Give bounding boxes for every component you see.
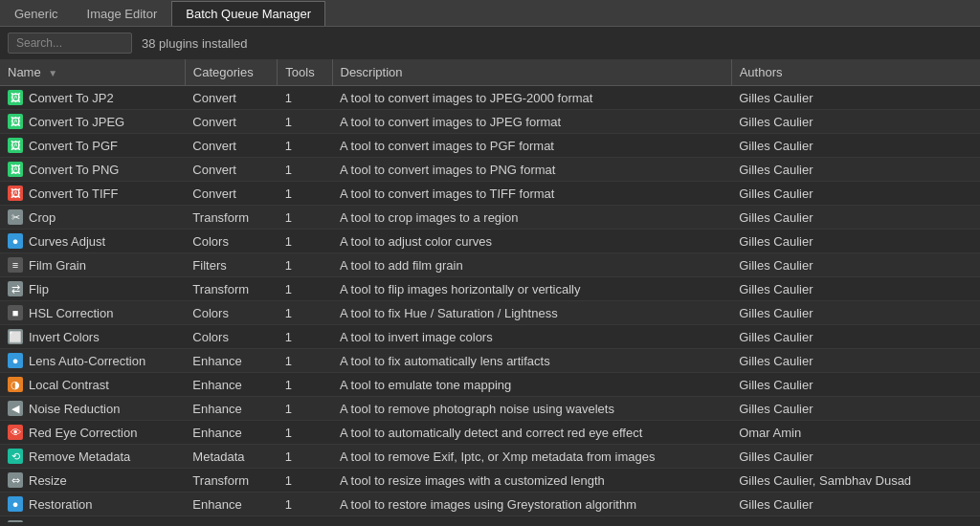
tab-generic[interactable]: Generic — [0, 1, 73, 26]
tab-bar: Generic Image Editor Batch Queue Manager — [0, 0, 980, 27]
cell-tools: 1 — [278, 349, 332, 373]
cell-category: Convert — [185, 110, 277, 134]
cell-authors: Gilles Caulier — [731, 277, 980, 301]
cell-authors: Gilles Caulier — [731, 230, 980, 253]
table-row[interactable]: ■ HSL Correction Colors 1 A tool to fix … — [0, 301, 980, 325]
cell-category: Transform — [185, 516, 277, 523]
plugin-name: Convert To PGF — [29, 139, 118, 153]
cell-description: A tool to fix Hue / Saturation / Lightne… — [332, 301, 731, 325]
table-row[interactable]: 🖼 Convert To JP2 Convert 1 A tool to con… — [0, 86, 980, 110]
cell-authors: Gilles Caulier — [731, 158, 980, 182]
plugin-icon: ⟲ — [8, 449, 23, 464]
col-name[interactable]: Name ▼ — [0, 59, 185, 86]
table-row[interactable]: ⬜ Invert Colors Colors 1 A tool to inver… — [0, 325, 980, 349]
tab-batch-queue[interactable]: Batch Queue Manager — [171, 1, 325, 26]
plugins-table-container[interactable]: Name ▼ Categories Tools Description Auth… — [0, 59, 980, 522]
cell-description: A tool to restore images using Greystora… — [332, 493, 731, 516]
table-row[interactable]: 👁 Red Eye Correction Enhance 1 A tool to… — [0, 421, 980, 445]
table-row[interactable]: ● Curves Adjust Colors 1 A tool to adjus… — [0, 230, 980, 253]
table-header-row: Name ▼ Categories Tools Description Auth… — [0, 59, 980, 86]
cell-tools: 1 — [278, 469, 332, 493]
cell-name: ✂ Crop — [0, 206, 185, 230]
plugin-icon: 🖼 — [8, 114, 23, 129]
cell-tools: 1 — [278, 301, 332, 325]
col-tools[interactable]: Tools — [278, 59, 332, 86]
cell-authors: Gilles Caulier — [731, 493, 980, 516]
table-row[interactable]: ↻ Rotate Transform 1 A tool to rotate im… — [0, 516, 980, 523]
cell-authors: Gilles Caulier — [731, 397, 980, 421]
table-row[interactable]: ⇄ Flip Transform 1 A tool to flip images… — [0, 277, 980, 301]
cell-authors: Gilles Caulier — [731, 110, 980, 134]
cell-description: A tool to remove photograph noise using … — [332, 397, 731, 421]
table-row[interactable]: ◀ Noise Reduction Enhance 1 A tool to re… — [0, 397, 980, 421]
cell-name: ⇄ Flip — [0, 277, 185, 301]
table-row[interactable]: 🖼 Convert To TIFF Convert 1 A tool to co… — [0, 182, 980, 206]
cell-description: A tool to convert images to JPEG format — [332, 110, 731, 134]
table-row[interactable]: ✂ Crop Transform 1 A tool to crop images… — [0, 206, 980, 230]
cell-authors: Gilles Caulier — [731, 182, 980, 206]
plugin-name: Crop — [29, 210, 56, 225]
plugins-count: 38 plugins installed — [142, 36, 248, 51]
cell-category: Convert — [185, 134, 277, 158]
table-row[interactable]: ● Lens Auto-Correction Enhance 1 A tool … — [0, 349, 980, 373]
plugin-icon: 👁 — [8, 425, 23, 440]
cell-category: Enhance — [185, 349, 277, 373]
plugin-icon: ◑ — [8, 377, 23, 392]
plugin-icon: ⇔ — [8, 472, 23, 488]
cell-description: A tool to crop images to a region — [332, 206, 731, 230]
table-row[interactable]: ⇔ Resize Transform 1 A tool to resize im… — [0, 469, 980, 493]
col-authors[interactable]: Authors — [731, 59, 980, 86]
plugin-name: Noise Reduction — [29, 402, 120, 416]
cell-tools: 1 — [278, 516, 332, 523]
tab-image-editor[interactable]: Image Editor — [73, 1, 172, 26]
cell-tools: 1 — [278, 134, 332, 158]
cell-tools: 1 — [278, 277, 332, 301]
plugin-icon: 🖼 — [8, 138, 23, 153]
plugin-icon: ✂ — [8, 209, 23, 225]
table-row[interactable]: ⟲ Remove Metadata Metadata 1 A tool to r… — [0, 445, 980, 469]
cell-category: Colors — [185, 230, 277, 253]
plugin-icon: ⇄ — [8, 281, 23, 296]
plugin-name: Flip — [29, 282, 49, 296]
cell-authors: Gilles Caulier — [731, 445, 980, 469]
cell-name: ● Restoration — [0, 493, 185, 516]
cell-description: A tool to automatically detect and corre… — [332, 421, 731, 445]
plugin-name: HSL Correction — [29, 306, 113, 320]
cell-tools: 1 — [278, 397, 332, 421]
plugin-name: Resize — [29, 473, 67, 488]
cell-tools: 1 — [278, 230, 332, 253]
cell-category: Enhance — [185, 373, 277, 397]
table-row[interactable]: 🖼 Convert To PNG Convert 1 A tool to con… — [0, 158, 980, 182]
table-row[interactable]: ● Restoration Enhance 1 A tool to restor… — [0, 493, 980, 516]
cell-category: Transform — [185, 277, 277, 301]
cell-description: A tool to adjust color curves — [332, 230, 731, 253]
cell-tools: 1 — [278, 325, 332, 349]
cell-description: A tool to convert images to PNG format — [332, 158, 731, 182]
cell-authors: Gilles Caulier — [731, 301, 980, 325]
table-row[interactable]: ≡ Film Grain Filters 1 A tool to add fil… — [0, 253, 980, 277]
cell-category: Filters — [185, 253, 277, 277]
cell-authors: Gilles Caulier, Sambhav Dusad — [731, 469, 980, 493]
cell-tools: 1 — [278, 86, 332, 110]
table-row[interactable]: ◑ Local Contrast Enhance 1 A tool to emu… — [0, 373, 980, 397]
cell-tools: 1 — [278, 158, 332, 182]
table-row[interactable]: 🖼 Convert To JPEG Convert 1 A tool to co… — [0, 110, 980, 134]
cell-description: A tool to resize images with a customize… — [332, 469, 731, 493]
plugin-name: Remove Metadata — [29, 449, 130, 464]
cell-category: Transform — [185, 206, 277, 230]
table-row[interactable]: 🖼 Convert To PGF Convert 1 A tool to con… — [0, 134, 980, 158]
cell-authors: Gilles Caulier — [731, 349, 980, 373]
cell-authors: Gilles Caulier — [731, 325, 980, 349]
cell-category: Convert — [185, 158, 277, 182]
cell-description: A tool to flip images horizontally or ve… — [332, 277, 731, 301]
cell-tools: 1 — [278, 421, 332, 445]
search-input[interactable] — [8, 33, 132, 54]
plugin-name: Rotate — [29, 521, 65, 523]
col-categories[interactable]: Categories — [185, 59, 277, 86]
plugin-name: Invert Colors — [29, 330, 100, 344]
plugin-icon: 🖼 — [8, 90, 23, 105]
col-description[interactable]: Description — [332, 59, 731, 86]
cell-authors: Gilles Caulier — [731, 373, 980, 397]
plugin-name: Local Contrast — [29, 378, 109, 392]
cell-category: Enhance — [185, 421, 277, 445]
